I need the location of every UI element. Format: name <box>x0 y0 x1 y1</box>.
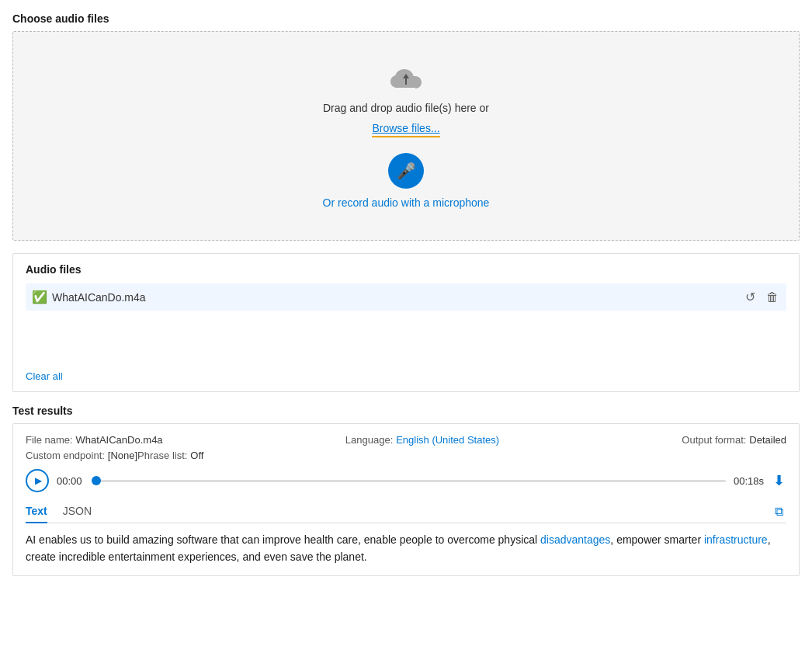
download-button[interactable]: ⬇ <box>772 471 786 491</box>
file-name-meta: File name: WhatAICanDo.m4a <box>26 433 163 446</box>
upload-section: Choose audio files Drag and drop audio f… <box>12 12 800 241</box>
file-list: ✅ WhatAICanDo.m4a ↺ 🗑 <box>26 283 786 361</box>
progress-track[interactable] <box>92 480 726 482</box>
file-actions: ↺ 🗑 <box>744 288 780 306</box>
time-end: 00:18s <box>734 475 764 487</box>
custom-endpoint-value: [None] <box>108 450 137 461</box>
tabs-list: Text JSON <box>26 500 92 523</box>
clear-all-link[interactable]: Clear all <box>26 370 63 382</box>
file-delete-button[interactable]: 🗑 <box>765 289 780 306</box>
audio-player: ▶ 00:00 00:18s ⬇ <box>26 469 786 492</box>
phrase-list-meta: Phrase list: Off <box>137 449 203 461</box>
play-button[interactable]: ▶ <box>26 469 49 492</box>
file-row: ✅ WhatAICanDo.m4a ↺ 🗑 <box>26 283 786 311</box>
upload-title: Choose audio files <box>12 12 800 25</box>
download-icon: ⬇ <box>773 473 785 488</box>
test-results-title: Test results <box>12 405 800 417</box>
microphone-icon: 🎤 <box>397 162 416 180</box>
output-format-meta: Output format: Detailed <box>682 433 786 446</box>
tab-json[interactable]: JSON <box>63 500 92 523</box>
custom-endpoint-meta: Custom endpoint: [None] <box>26 449 137 461</box>
language-value: English (United States) <box>396 434 499 446</box>
drop-zone[interactable]: Drag and drop audio file(s) here or Brow… <box>12 31 800 241</box>
language-label: Language: <box>345 434 393 446</box>
audio-files-panel: Audio files ✅ WhatAICanDo.m4a ↺ 🗑 Clear … <box>12 253 800 392</box>
file-reload-button[interactable]: ↺ <box>744 288 757 306</box>
language-meta: Language: English (United States) <box>345 433 499 446</box>
tabs-row: Text JSON ⧉ <box>26 500 786 523</box>
phrase-list-label: Phrase list: <box>137 450 187 461</box>
file-name: WhatAICanDo.m4a <box>52 291 146 304</box>
results-panel: File name: WhatAICanDo.m4a Language: Eng… <box>12 423 800 576</box>
output-format-value: Detailed <box>749 434 786 446</box>
transcript: AI enables us to build amazing software … <box>26 531 786 566</box>
file-left: ✅ WhatAICanDo.m4a <box>32 290 146 304</box>
test-results-section: Test results File name: WhatAICanDo.m4a … <box>12 405 800 576</box>
phrase-list-value: Off <box>190 450 203 461</box>
file-name-label: File name: <box>26 434 73 446</box>
record-audio-button[interactable]: 🎤 <box>388 153 424 189</box>
play-icon: ▶ <box>35 475 42 486</box>
file-name-meta-value: WhatAICanDo.m4a <box>76 434 163 446</box>
file-status-icon: ✅ <box>32 290 47 304</box>
transcript-highlight-infrastructure: infrastructure <box>704 533 768 546</box>
copy-button[interactable]: ⧉ <box>772 502 786 522</box>
audio-files-title: Audio files <box>26 263 786 276</box>
custom-endpoint-label: Custom endpoint: <box>26 450 105 461</box>
record-text[interactable]: Or record audio with a microphone <box>323 196 490 209</box>
transcript-highlight-disadvantages: disadvantages <box>540 533 610 546</box>
tab-text[interactable]: Text <box>26 500 47 523</box>
output-format-label: Output format: <box>682 434 746 446</box>
upload-cloud-icon <box>387 63 425 94</box>
drag-text: Drag and drop audio file(s) here or <box>323 102 489 114</box>
time-start: 00:00 <box>57 475 84 487</box>
copy-icon: ⧉ <box>775 505 783 518</box>
progress-thumb[interactable] <box>92 476 101 485</box>
delete-icon: 🗑 <box>766 290 779 304</box>
tab-actions: ⧉ <box>772 502 786 522</box>
reload-icon: ↺ <box>745 290 755 304</box>
browse-files-link[interactable]: Browse files... <box>372 122 439 137</box>
